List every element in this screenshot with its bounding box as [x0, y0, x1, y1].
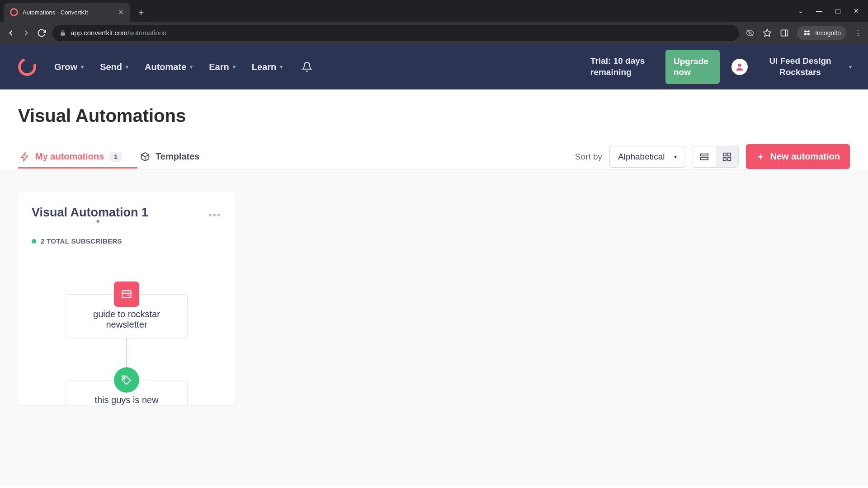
cube-icon	[140, 152, 150, 162]
status-dot-active-icon	[32, 239, 36, 244]
svg-point-6	[738, 64, 741, 67]
nav-learn[interactable]: Learn▾	[252, 62, 283, 72]
form-node-icon	[114, 282, 139, 307]
browser-address-bar: app.convertkit.com/automations Incognito…	[0, 22, 868, 44]
window-controls: ⌄ — ▢ ✕	[798, 0, 868, 22]
sort-select[interactable]: Alphabetical ▾	[609, 146, 685, 168]
url-host: app.convertkit.com/automations	[71, 29, 166, 37]
forward-button[interactable]	[22, 28, 31, 38]
window-maximize-icon[interactable]: ▢	[835, 7, 841, 14]
chevron-down-icon: ▾	[280, 64, 283, 70]
svg-point-16	[124, 378, 125, 379]
sort-label: Sort by	[575, 152, 602, 162]
automation-preview: guide to rockstar newsletter this guys i…	[18, 256, 235, 405]
url-field[interactable]: app.convertkit.com/automations	[52, 25, 739, 41]
list-icon	[699, 152, 709, 162]
tab-search-icon[interactable]: ⌄	[798, 7, 803, 14]
chevron-down-icon: ▾	[674, 154, 677, 160]
window-minimize-icon[interactable]: —	[816, 7, 822, 14]
tab-label: My automations	[35, 151, 104, 162]
tag-node-icon	[114, 367, 139, 393]
reload-button[interactable]	[37, 28, 46, 38]
new-tab-button[interactable]: ＋	[137, 6, 146, 19]
list-view-button[interactable]	[693, 146, 716, 167]
svg-marker-1	[764, 29, 771, 37]
sort-value: Alphabetical	[618, 152, 665, 162]
svg-rect-13	[122, 291, 131, 297]
automation-title: Visual Automation 1	[32, 206, 148, 220]
tab-title: Automations - ConvertKit	[23, 9, 113, 16]
bolt-icon	[20, 152, 30, 162]
svg-rect-11	[723, 157, 726, 160]
grid-icon	[722, 152, 732, 162]
tab-close-icon[interactable]: ✕	[118, 8, 124, 17]
account-name: UI Feed Design Rockstars	[760, 56, 841, 78]
nav-grow[interactable]: Grow▾	[54, 62, 84, 72]
chevron-down-icon: ▾	[849, 64, 852, 70]
button-label: New automation	[770, 151, 840, 162]
nav-automate[interactable]: Automate▾	[145, 62, 193, 72]
chevron-down-icon: ▾	[190, 64, 193, 70]
browser-titlebar: Automations - ConvertKit ✕ ＋ ⌄ — ▢ ✕	[0, 0, 868, 22]
tab-my-automations[interactable]: My automations 1	[18, 145, 124, 168]
svg-rect-8	[700, 157, 708, 160]
subscribers-count: 2 TOTAL SUBSCRIBERS	[41, 237, 122, 245]
mouse-cursor-icon: ⌖	[96, 217, 100, 225]
upgrade-button[interactable]: Upgrade now	[665, 50, 720, 84]
svg-rect-7	[700, 154, 708, 156]
lock-icon	[60, 30, 66, 36]
content-area: Visual Automation 1 ••• ⌖ 2 TOTAL SUBSCR…	[0, 169, 868, 486]
chevron-down-icon: ▾	[126, 64, 128, 70]
tracking-blocked-icon[interactable]	[745, 28, 755, 38]
window-close-icon[interactable]: ✕	[854, 7, 859, 14]
tab-label: Templates	[156, 151, 199, 162]
side-panel-icon[interactable]	[780, 28, 789, 38]
app-top-nav: Grow▾ Send▾ Automate▾ Earn▾ Learn▾ Trial…	[0, 44, 868, 89]
bookmark-star-icon[interactable]	[763, 28, 772, 38]
card-overflow-menu[interactable]: •••	[208, 209, 222, 221]
page-tabs-row: My automations 1 Templates Sort by Alpha…	[18, 144, 850, 169]
back-button[interactable]	[6, 28, 15, 38]
view-toggle	[693, 146, 739, 168]
flow-connector	[126, 338, 127, 367]
count-badge: 1	[109, 152, 122, 162]
incognito-badge[interactable]: Incognito	[797, 26, 846, 40]
svg-rect-2	[781, 30, 788, 36]
svg-point-5	[807, 33, 810, 35]
svg-rect-10	[727, 153, 730, 155]
new-automation-button[interactable]: ＋ New automation	[746, 144, 850, 169]
svg-rect-9	[723, 153, 726, 155]
nav-send[interactable]: Send▾	[100, 62, 128, 72]
trial-status: Trial: 10 days remaining	[590, 56, 654, 78]
nav-earn[interactable]: Earn▾	[209, 62, 235, 72]
app-logo[interactable]	[16, 58, 38, 76]
notifications-bell-icon[interactable]	[302, 61, 312, 72]
page-title: Visual Automations	[18, 106, 850, 126]
plus-icon: ＋	[756, 150, 765, 163]
account-menu[interactable]: UI Feed Design Rockstars ▾	[760, 56, 852, 78]
svg-point-4	[804, 33, 807, 35]
chevron-down-icon: ▾	[81, 64, 84, 70]
favicon-icon	[10, 8, 18, 16]
app-viewport: Grow▾ Send▾ Automate▾ Earn▾ Learn▾ Trial…	[0, 44, 868, 488]
avatar[interactable]	[731, 59, 748, 75]
browser-tab[interactable]: Automations - ConvertKit ✕	[4, 3, 130, 22]
automation-card[interactable]: Visual Automation 1 ••• ⌖ 2 TOTAL SUBSCR…	[18, 192, 235, 405]
tab-templates[interactable]: Templates	[138, 145, 201, 168]
grid-view-button[interactable]	[716, 146, 738, 167]
chevron-down-icon: ▾	[233, 64, 236, 70]
browser-menu-icon[interactable]: ⋮	[854, 29, 862, 38]
incognito-label: Incognito	[815, 29, 841, 37]
svg-rect-12	[727, 157, 730, 160]
